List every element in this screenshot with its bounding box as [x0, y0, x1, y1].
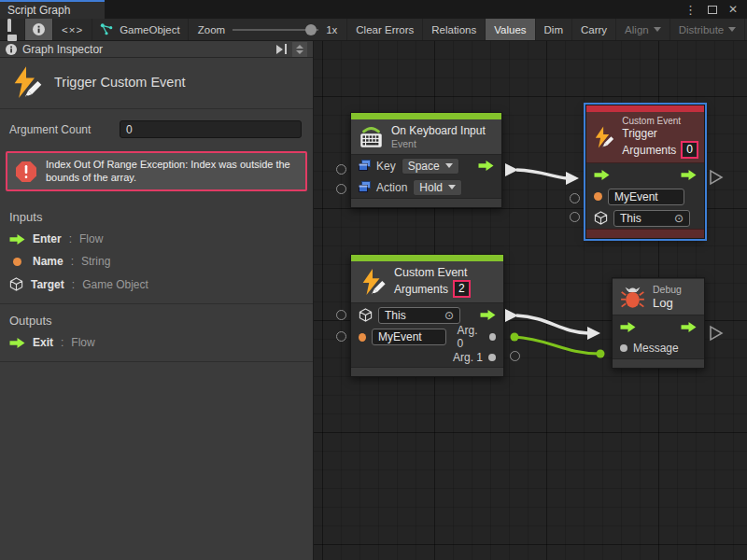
- dock-panel-icon[interactable]: [276, 44, 287, 54]
- flow-continuation-port[interactable]: [711, 327, 722, 340]
- wire-customevent-to-log[interactable]: [505, 309, 600, 340]
- node-custom-event[interactable]: Custom Event Arguments 2 This⊙ MyEvent A…: [350, 254, 504, 377]
- graph-inspector-panel: Graph Inspector Trigger Custom Event Arg…: [0, 41, 314, 560]
- gameobject-target[interactable]: GameObject: [92, 19, 189, 40]
- carry-button[interactable]: Carry: [572, 19, 616, 40]
- wire-keyboard-to-trigger[interactable]: [505, 163, 579, 185]
- action-code-icon: [359, 181, 371, 193]
- target-outer-port[interactable]: [336, 310, 346, 320]
- custom-event-icon: [359, 268, 387, 296]
- zoom-value: 1x: [326, 24, 337, 35]
- csharp-preview-button[interactable]: <×>: [53, 19, 92, 40]
- arguments-count-field[interactable]: 2: [453, 280, 471, 298]
- key-code-icon: [359, 160, 371, 172]
- message-row: Message: [613, 338, 704, 358]
- input-port-name: Name:String: [0, 250, 313, 273]
- gameobject-graph-icon: [100, 22, 114, 36]
- flow-input-port[interactable]: [620, 322, 636, 332]
- node-footer: [613, 358, 704, 368]
- node-header: Debug Log: [613, 278, 704, 315]
- node-header: Custom Event Arguments 2: [351, 261, 503, 303]
- node-trigger-custom-event[interactable]: Custom Event Trigger Arguments 0 MyEvent: [585, 105, 705, 239]
- key-dropdown[interactable]: Space: [402, 158, 459, 175]
- node-footer: [351, 198, 501, 207]
- graph-canvas[interactable]: On Keyboard Input Event Key Space Action…: [314, 41, 747, 560]
- event-name-row: MyEvent Arg. 0: [351, 327, 503, 347]
- object-picker-icon[interactable]: ⊙: [444, 309, 454, 322]
- flow-output-port[interactable]: [478, 161, 494, 171]
- target-outer-port[interactable]: [570, 212, 580, 222]
- distribute-dropdown[interactable]: Distribute: [670, 19, 746, 40]
- arg1-output-port[interactable]: [488, 354, 496, 361]
- flow-input-port[interactable]: [594, 170, 610, 180]
- cube-icon: [359, 308, 373, 322]
- chevron-down-icon: [654, 27, 661, 32]
- cube-icon: [594, 211, 608, 225]
- arg0-output-port[interactable]: [489, 333, 496, 341]
- flow-output-port[interactable]: [681, 170, 697, 180]
- node-color-bar: [351, 255, 503, 261]
- target-row: This⊙: [586, 207, 704, 229]
- argument-count-input[interactable]: [120, 120, 302, 138]
- keyboard-icon: [359, 124, 384, 149]
- argument-count-label: Argument Count: [9, 123, 120, 136]
- info-icon: [6, 44, 17, 55]
- event-name-outer-port[interactable]: [336, 331, 346, 342]
- arg1-outer-port[interactable]: [510, 351, 520, 361]
- bug-icon: [620, 285, 645, 310]
- kebab-menu-icon[interactable]: ⋮: [684, 3, 697, 17]
- node-color-bar: [586, 105, 704, 112]
- relations-button[interactable]: Relations: [423, 19, 486, 40]
- flow-continuation-port[interactable]: [711, 171, 722, 184]
- info-icon: [33, 23, 45, 35]
- zoom-slider[interactable]: [233, 29, 318, 31]
- close-icon[interactable]: ✕: [728, 3, 738, 16]
- chevron-down-icon: [728, 27, 736, 32]
- node-debug-log[interactable]: Debug Log Message: [612, 277, 705, 369]
- target-field[interactable]: This⊙: [613, 210, 690, 227]
- arguments-count-field[interactable]: 0: [681, 141, 698, 159]
- node-on-keyboard-input[interactable]: On Keyboard Input Event Key Space Action…: [350, 112, 502, 208]
- error-message-box: Index Out Of Range Exception: Index was …: [6, 151, 307, 191]
- maximize-icon[interactable]: [708, 6, 717, 14]
- error-message-text: Index Out Of Range Exception: Index was …: [46, 159, 298, 184]
- lock-button[interactable]: [0, 19, 25, 40]
- event-name-outer-port[interactable]: [570, 193, 580, 203]
- cube-icon: [9, 277, 23, 291]
- key-outer-port[interactable]: [336, 164, 346, 175]
- chevron-down-icon: [448, 185, 456, 189]
- string-port-icon: [359, 333, 366, 342]
- node-footer: [586, 229, 704, 238]
- panel-sort-button[interactable]: [292, 42, 307, 57]
- event-name-field[interactable]: MyEvent: [608, 189, 684, 205]
- inspector-toggle-button[interactable]: [25, 19, 53, 40]
- align-dropdown[interactable]: Align: [616, 19, 670, 40]
- values-button[interactable]: Values: [486, 19, 535, 40]
- input-port-target: Target:Game Object: [0, 273, 313, 296]
- flow-output-port[interactable]: [681, 322, 697, 332]
- flow-row: [586, 163, 704, 186]
- graph-toolbar: <×> GameObject Zoom 1x Clear Errors Rela…: [0, 19, 747, 41]
- action-dropdown[interactable]: Hold: [413, 179, 462, 196]
- action-outer-port[interactable]: [336, 184, 346, 194]
- zoom-slider-handle[interactable]: [305, 24, 317, 35]
- flow-output-port[interactable]: [480, 310, 496, 320]
- tab-script-graph[interactable]: Script Graph: [0, 0, 105, 19]
- message-input-port[interactable]: [620, 344, 627, 352]
- object-picker-icon[interactable]: ⊙: [674, 212, 684, 225]
- window-tab-bar: Script Graph ⋮ ✕: [0, 0, 747, 19]
- dim-button[interactable]: Dim: [536, 19, 572, 40]
- wire-arg0-to-message[interactable]: [511, 333, 605, 358]
- custom-event-icon: [592, 123, 614, 151]
- zoom-control: Zoom 1x: [189, 19, 347, 40]
- node-header: Custom Event Trigger Arguments 0: [586, 112, 704, 163]
- zoom-label: Zoom: [198, 24, 225, 35]
- string-port-icon: [13, 258, 21, 266]
- node-color-bar: [351, 113, 501, 119]
- target-field[interactable]: This⊙: [378, 307, 460, 324]
- custom-event-icon: [9, 65, 43, 99]
- event-name-field[interactable]: MyEvent: [372, 329, 446, 345]
- string-port-icon: [594, 192, 602, 201]
- clear-errors-button[interactable]: Clear Errors: [346, 19, 423, 40]
- error-octagon-icon: [15, 161, 37, 183]
